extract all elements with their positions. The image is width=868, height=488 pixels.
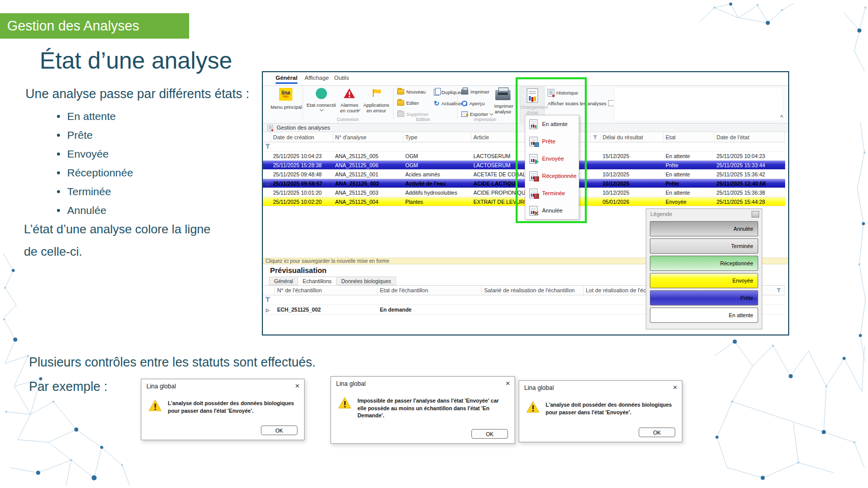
col-type[interactable]: Type bbox=[403, 132, 471, 142]
group-label-connexion: Connexion bbox=[317, 117, 378, 122]
chevron-down-icon bbox=[320, 108, 323, 111]
afficher-toutes-checkbox-row: Afficher toutes les analyses bbox=[548, 100, 614, 106]
col-etat-echantillon[interactable]: Etat de l'échantillon bbox=[378, 286, 482, 295]
etat-connecte-button[interactable]: Etat connecté bbox=[306, 102, 337, 108]
preview-tabs: Général Echantillons Données biologiques bbox=[269, 277, 396, 285]
logo-subtext: PRO bbox=[283, 96, 289, 98]
col-delai[interactable]: Délai du résultat bbox=[601, 132, 664, 142]
chevron-down-icon bbox=[490, 112, 493, 115]
table-row[interactable]: 25/11/2025 09:48:48ANA_251125_001 Acides… bbox=[263, 170, 785, 179]
imprimer-button[interactable]: Imprimer bbox=[461, 89, 489, 95]
tab-general[interactable]: Général bbox=[276, 75, 297, 84]
imprimer-analyse-l1: Imprimer bbox=[494, 103, 512, 109]
grid-header-row: Date de création N° d'analyse Type Artic… bbox=[263, 132, 785, 142]
connection-status-icon[interactable] bbox=[316, 88, 327, 99]
actualiser-button[interactable]: ↻Actualiser bbox=[434, 100, 463, 107]
warning-icon bbox=[526, 401, 540, 413]
legend-title: Légende bbox=[646, 209, 762, 219]
state-doc-icon bbox=[529, 189, 537, 198]
ok-button[interactable]: OK bbox=[639, 428, 675, 437]
lina-app-window: Général Affichage Outils linaPRO Menu pr… bbox=[262, 71, 789, 336]
delete-folder-icon bbox=[397, 111, 404, 117]
menu-item-envoyee[interactable]: Envoyée bbox=[525, 150, 579, 167]
col-num-analyse[interactable]: N° d'analyse bbox=[333, 132, 403, 142]
ribbon-empty-panel bbox=[614, 87, 783, 121]
list-item: Envoyée bbox=[57, 144, 133, 163]
legend-options-button[interactable] bbox=[752, 211, 759, 218]
changement-l1: Changement bbox=[520, 104, 544, 110]
legend-item-terminee: Terminée bbox=[650, 238, 758, 254]
tab-preview-donnees-bio[interactable]: Données biologiques bbox=[336, 277, 396, 285]
state-change-icon bbox=[527, 88, 538, 103]
historique-label: Historique bbox=[556, 90, 578, 96]
tab-outils[interactable]: Outils bbox=[334, 75, 349, 81]
legend-panel: Légende Annulée Terminée Réceptionnée En… bbox=[646, 208, 762, 329]
col-date-creation[interactable]: Date de création bbox=[271, 132, 333, 142]
legend-item-receptionnee: Réceptionnée bbox=[650, 256, 758, 271]
expand-row-icon[interactable]: ▷ bbox=[265, 181, 270, 187]
editer-button[interactable]: Editer bbox=[397, 100, 419, 106]
tab-preview-general[interactable]: Général bbox=[269, 277, 298, 285]
supprimer-button[interactable]: Supprimer bbox=[397, 111, 429, 117]
error-flag-icon[interactable] bbox=[371, 88, 381, 98]
ribbon-collapse-chevron[interactable]: ^ bbox=[780, 113, 783, 121]
edit-folder-icon bbox=[397, 100, 404, 106]
state-bullet-list: En attente Prête Envoyée Réceptionnée Te… bbox=[57, 107, 133, 220]
col-num-echantillon[interactable]: N° de l'échantillon bbox=[275, 286, 378, 295]
printer-icon bbox=[461, 89, 468, 95]
subgrid-filter-icon[interactable] bbox=[776, 288, 781, 292]
alarmes-button[interactable]: Alarmes bbox=[337, 102, 362, 108]
close-icon[interactable]: × bbox=[295, 381, 300, 390]
supprimer-label: Supprimer bbox=[406, 111, 429, 117]
dialog-title: Lina global bbox=[146, 383, 176, 390]
table-row[interactable]: 25/11/2025 10:01:20ANA_251125_003 Additi… bbox=[263, 188, 785, 197]
menu-item-terminee[interactable]: Terminée bbox=[525, 185, 579, 202]
preview-title: Prévisualisation bbox=[270, 266, 326, 274]
dupliquer-button[interactable]: Dupliquer bbox=[434, 89, 462, 96]
ok-button[interactable]: OK bbox=[471, 429, 508, 439]
section-banner: Gestion des Analyses bbox=[0, 13, 189, 39]
alarm-warning-icon[interactable] bbox=[343, 88, 355, 99]
actualiser-label: Actualiser bbox=[441, 101, 463, 106]
menu-item-receptionnee[interactable]: Réceptionnée bbox=[525, 167, 579, 185]
col-salarie[interactable]: Salarié de réalisation de l'échantillon bbox=[482, 286, 584, 295]
example-label: Par exemple : bbox=[29, 379, 107, 394]
menu-principal-button[interactable]: Menu principal bbox=[270, 104, 303, 110]
close-icon[interactable]: × bbox=[673, 383, 677, 391]
menu-item-prete[interactable]: Prête bbox=[525, 133, 579, 150]
exporter-label: Exporter bbox=[470, 111, 488, 117]
exporter-button[interactable]: Exporter bbox=[461, 111, 493, 117]
history-icon bbox=[548, 89, 554, 97]
col-etat[interactable]: Etat bbox=[664, 132, 714, 142]
grid-filter-row[interactable] bbox=[263, 142, 785, 151]
applications-erreur-button[interactable]: Applications bbox=[362, 102, 391, 108]
nouveau-button[interactable]: Nouveau bbox=[397, 89, 426, 95]
state-doc-icon bbox=[529, 171, 537, 181]
table-row[interactable]: 25/11/2025 15:28:38ANA_251125_006 OGMLAC… bbox=[263, 161, 785, 170]
ok-button[interactable]: OK bbox=[261, 425, 297, 435]
apercu-button[interactable]: Aperçu bbox=[461, 100, 485, 106]
dialog-message: L'analyse doit posséder des données biol… bbox=[546, 401, 676, 416]
filter-funnel-icon[interactable] bbox=[265, 297, 271, 302]
historique-button[interactable]: Historique bbox=[548, 89, 578, 97]
refresh-icon: ↻ bbox=[434, 100, 439, 107]
imprimer-label: Imprimer bbox=[470, 89, 489, 95]
close-icon[interactable]: × bbox=[505, 379, 510, 387]
imprimer-analyse-button[interactable]: Imprimer analyse bbox=[494, 90, 512, 114]
tab-preview-echantillons[interactable]: Echantillons bbox=[297, 277, 337, 285]
expand-row-icon[interactable]: ▷ bbox=[265, 308, 270, 313]
filter-funnel-icon[interactable] bbox=[265, 144, 271, 149]
tab-affichage[interactable]: Affichage bbox=[305, 75, 329, 81]
column-filter-icon[interactable] bbox=[593, 135, 597, 139]
table-row[interactable]: 25/11/2025 10:02:20ANA_251125_004 Plante… bbox=[263, 197, 785, 206]
lina-logo[interactable]: linaPRO bbox=[279, 88, 292, 101]
table-row[interactable]: 25/11/2025 10:04:23ANA_251125_005 OGMLAC… bbox=[263, 151, 785, 161]
export-icon bbox=[461, 111, 468, 117]
menu-item-annulee[interactable]: ✕Annulée bbox=[525, 202, 579, 219]
col-date-etat[interactable]: Date de l'état bbox=[714, 132, 785, 142]
dialog-lina-global: Lina global × L'analyse doit posséder de… bbox=[519, 380, 682, 442]
legend-item-en-attente: En attente bbox=[650, 308, 758, 323]
menu-item-en-attente[interactable]: En attente bbox=[525, 115, 579, 133]
list-item: En attente bbox=[57, 107, 133, 126]
table-row-selected[interactable]: ▷ 25/11/2025 09:58:57ANA_251125_002 Acti… bbox=[263, 179, 785, 188]
